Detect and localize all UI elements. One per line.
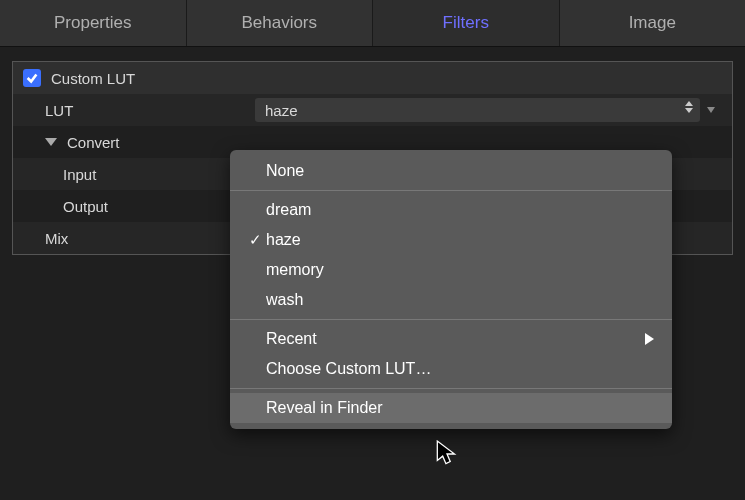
tab-image[interactable]: Image: [560, 0, 746, 46]
param-row-lut: LUT haze: [13, 94, 732, 126]
checkmark-icon: ✓: [244, 231, 266, 249]
inspector-tabs: PropertiesBehaviorsFiltersImage: [0, 0, 745, 47]
mouse-cursor-icon: [436, 440, 458, 471]
menu-item-none[interactable]: None: [230, 156, 672, 186]
menu-item-recent[interactable]: Recent: [230, 324, 672, 354]
param-disclosure-icon[interactable]: [700, 107, 722, 113]
lut-select-value: haze: [265, 102, 298, 119]
submenu-arrow-icon: [645, 333, 654, 345]
menu-separator: [230, 388, 672, 389]
param-label-lut: LUT: [45, 102, 73, 119]
filter-group-title: Custom LUT: [51, 70, 135, 87]
menu-item-memory[interactable]: memory: [230, 255, 672, 285]
tab-filters[interactable]: Filters: [373, 0, 560, 46]
tab-properties[interactable]: Properties: [0, 0, 187, 46]
menu-item-reveal-in-finder[interactable]: Reveal in Finder: [230, 393, 672, 423]
param-label-input: Input: [63, 166, 96, 183]
menu-item-wash[interactable]: wash: [230, 285, 672, 315]
menu-item-dream[interactable]: dream: [230, 195, 672, 225]
filter-group-header[interactable]: Custom LUT: [13, 62, 732, 94]
param-label-mix: Mix: [45, 230, 68, 247]
lut-popup-menu: None dream✓hazememorywash Recent Choose …: [230, 150, 672, 429]
lut-select[interactable]: haze: [255, 98, 700, 122]
enable-checkbox[interactable]: [23, 69, 41, 87]
disclosure-triangle-icon: [45, 138, 57, 146]
select-stepper-icon: [684, 101, 694, 113]
menu-separator: [230, 190, 672, 191]
menu-item-haze[interactable]: ✓haze: [230, 225, 672, 255]
param-label-output: Output: [63, 198, 108, 215]
tab-behaviors[interactable]: Behaviors: [187, 0, 374, 46]
param-label-convert: Convert: [67, 134, 120, 151]
menu-item-choose-custom-lut[interactable]: Choose Custom LUT…: [230, 354, 672, 384]
menu-separator: [230, 319, 672, 320]
